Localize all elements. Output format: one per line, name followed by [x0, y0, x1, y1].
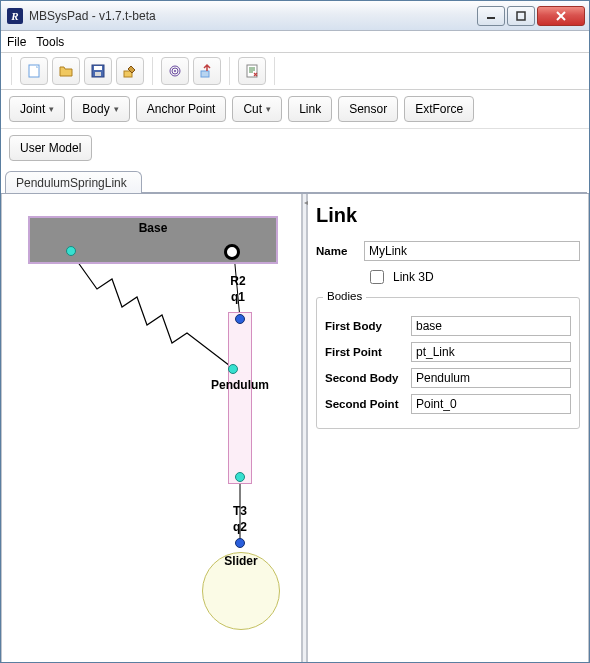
extforce-button[interactable]: ExtForce [404, 96, 474, 122]
bodies-fieldset: Bodies First Body First Point Second Bod… [316, 297, 580, 429]
toolbar-separator [229, 57, 230, 85]
link3d-label: Link 3D [393, 270, 434, 284]
tab-pendulum-spring-link[interactable]: PendulumSpringLink [5, 171, 142, 193]
sensor-button[interactable]: Sensor [338, 96, 398, 122]
bodies-legend: Bodies [323, 290, 366, 302]
joint-label: Joint [20, 102, 45, 116]
close-button[interactable] [537, 6, 585, 26]
body-button[interactable]: Body▾ [71, 96, 129, 122]
base-body[interactable]: Base [28, 216, 278, 264]
user-model-row: User Model [1, 129, 589, 171]
sensor-label: Sensor [349, 102, 387, 116]
titlebar: R MBSysPad - v1.7.t-beta [1, 1, 589, 31]
menu-tools[interactable]: Tools [36, 35, 64, 49]
export-icon[interactable] [193, 57, 221, 85]
gen-code-icon[interactable] [238, 57, 266, 85]
link3d-row: Link 3D [366, 267, 580, 287]
menubar: File Tools [1, 31, 589, 53]
svg-rect-1 [517, 12, 525, 20]
svg-rect-12 [201, 71, 209, 77]
fingerprint-icon[interactable] [161, 57, 189, 85]
body-label: Body [82, 102, 109, 116]
svg-point-11 [174, 70, 176, 72]
svg-rect-7 [95, 72, 101, 76]
anchor-point-button[interactable]: Anchor Point [136, 96, 227, 122]
properties-panel: Link Name Link 3D Bodies First Body Firs… [307, 194, 589, 663]
extforce-label: ExtForce [415, 102, 463, 116]
element-bar: Joint▾ Body▾ Anchor Point Cut▾ Link Sens… [1, 90, 589, 129]
slider-joint-icon[interactable] [235, 538, 245, 548]
toolbar [1, 53, 589, 90]
minimize-button[interactable] [477, 6, 505, 26]
chevron-down-icon: ▾ [266, 104, 271, 114]
maximize-button[interactable] [507, 6, 535, 26]
user-model-label: User Model [20, 141, 81, 155]
base-label: Base [139, 221, 168, 235]
second-point-row: Second Point [325, 394, 571, 414]
link3d-checkbox[interactable] [370, 270, 384, 284]
user-model-button[interactable]: User Model [9, 135, 92, 161]
joint-t3-label: T3 [226, 504, 254, 518]
properties-content: Link Name Link 3D Bodies First Body Firs… [308, 194, 588, 663]
tab-strip: PendulumSpringLink [1, 171, 589, 193]
second-point-input[interactable] [411, 394, 571, 414]
link-label: Link [299, 102, 321, 116]
pendulum-label: Pendulum [204, 378, 276, 392]
name-row: Name [316, 241, 580, 261]
first-body-label: First Body [325, 320, 403, 332]
cut-button[interactable]: Cut▾ [232, 96, 282, 122]
window-title: MBSysPad - v1.7.t-beta [29, 9, 475, 23]
app-icon: R [7, 8, 23, 24]
first-point-row: First Point [325, 342, 571, 362]
second-point-label: Second Point [325, 398, 403, 410]
new-file-icon[interactable] [20, 57, 48, 85]
save-icon[interactable] [84, 57, 112, 85]
base-point-icon[interactable] [66, 246, 76, 256]
joint-r2-label: R2 [224, 274, 252, 288]
properties-heading: Link [316, 204, 580, 227]
link-button[interactable]: Link [288, 96, 332, 122]
svg-rect-6 [94, 66, 102, 70]
canvas-panel: Base R2 q1 Pendulum T3 q2 [1, 194, 302, 663]
toolbar-separator [11, 57, 12, 85]
model-canvas[interactable]: Base R2 q1 Pendulum T3 q2 [2, 194, 301, 663]
anchor-point-label: Anchor Point [147, 102, 216, 116]
toolbar-separator [152, 57, 153, 85]
pendulum-body[interactable] [228, 312, 252, 484]
second-body-row: Second Body [325, 368, 571, 388]
second-body-input[interactable] [411, 368, 571, 388]
joint-button[interactable]: Joint▾ [9, 96, 65, 122]
first-body-row: First Body [325, 316, 571, 336]
coord-q2-label: q2 [226, 520, 254, 534]
chevron-down-icon: ▾ [114, 104, 119, 114]
joint-r2-anchor[interactable] [224, 244, 240, 260]
splitter[interactable] [302, 194, 307, 663]
second-body-label: Second Body [325, 372, 403, 384]
work-area: Base R2 q1 Pendulum T3 q2 [1, 193, 589, 663]
slider-label: Slider [216, 554, 266, 568]
edit-model-icon[interactable] [116, 57, 144, 85]
name-input[interactable] [364, 241, 580, 261]
pendulum-joint-top-icon[interactable] [235, 314, 245, 324]
name-label: Name [316, 245, 356, 257]
coord-q1-label: q1 [224, 290, 252, 304]
pendulum-point-icon[interactable] [228, 364, 238, 374]
cut-label: Cut [243, 102, 262, 116]
first-point-input[interactable] [411, 342, 571, 362]
window-buttons [475, 6, 585, 26]
open-folder-icon[interactable] [52, 57, 80, 85]
toolbar-separator [274, 57, 275, 85]
menu-file[interactable]: File [7, 35, 26, 49]
first-point-label: First Point [325, 346, 403, 358]
tab-strip-fill [142, 171, 587, 193]
chevron-down-icon: ▾ [49, 104, 54, 114]
pendulum-point-bottom-icon[interactable] [235, 472, 245, 482]
first-body-input[interactable] [411, 316, 571, 336]
tab-label: PendulumSpringLink [16, 176, 127, 190]
